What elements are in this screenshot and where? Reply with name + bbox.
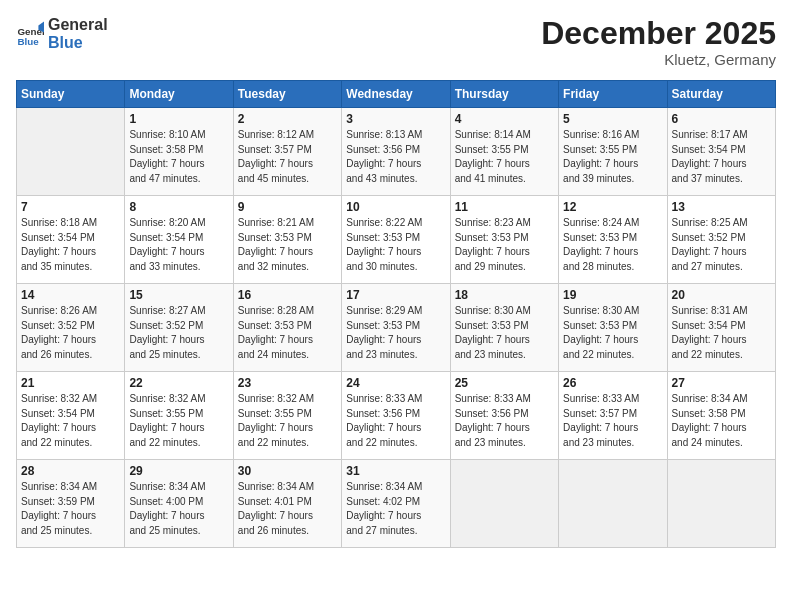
day-number: 31 (346, 464, 445, 478)
day-number: 7 (21, 200, 120, 214)
svg-text:Blue: Blue (17, 36, 39, 47)
day-info: Sunrise: 8:34 AM Sunset: 4:00 PM Dayligh… (129, 480, 228, 538)
day-info: Sunrise: 8:16 AM Sunset: 3:55 PM Dayligh… (563, 128, 662, 186)
header-thursday: Thursday (450, 81, 558, 108)
day-info: Sunrise: 8:10 AM Sunset: 3:58 PM Dayligh… (129, 128, 228, 186)
day-number: 19 (563, 288, 662, 302)
calendar-cell: 22Sunrise: 8:32 AM Sunset: 3:55 PM Dayli… (125, 372, 233, 460)
calendar-cell: 9Sunrise: 8:21 AM Sunset: 3:53 PM Daylig… (233, 196, 341, 284)
day-number: 16 (238, 288, 337, 302)
calendar-cell: 18Sunrise: 8:30 AM Sunset: 3:53 PM Dayli… (450, 284, 558, 372)
calendar-week-row: 28Sunrise: 8:34 AM Sunset: 3:59 PM Dayli… (17, 460, 776, 548)
day-number: 21 (21, 376, 120, 390)
day-info: Sunrise: 8:21 AM Sunset: 3:53 PM Dayligh… (238, 216, 337, 274)
day-info: Sunrise: 8:17 AM Sunset: 3:54 PM Dayligh… (672, 128, 771, 186)
header-saturday: Saturday (667, 81, 775, 108)
calendar-header-row: SundayMondayTuesdayWednesdayThursdayFrid… (17, 81, 776, 108)
day-number: 17 (346, 288, 445, 302)
header-wednesday: Wednesday (342, 81, 450, 108)
calendar-cell: 5Sunrise: 8:16 AM Sunset: 3:55 PM Daylig… (559, 108, 667, 196)
title-block: December 2025 Kluetz, Germany (541, 16, 776, 68)
calendar-cell: 11Sunrise: 8:23 AM Sunset: 3:53 PM Dayli… (450, 196, 558, 284)
logo-icon: General Blue (16, 20, 44, 48)
day-info: Sunrise: 8:23 AM Sunset: 3:53 PM Dayligh… (455, 216, 554, 274)
calendar-cell: 20Sunrise: 8:31 AM Sunset: 3:54 PM Dayli… (667, 284, 775, 372)
calendar-cell: 19Sunrise: 8:30 AM Sunset: 3:53 PM Dayli… (559, 284, 667, 372)
calendar-cell: 10Sunrise: 8:22 AM Sunset: 3:53 PM Dayli… (342, 196, 450, 284)
day-number: 10 (346, 200, 445, 214)
page-header: General Blue General Blue December 2025 … (16, 16, 776, 68)
day-number: 30 (238, 464, 337, 478)
calendar-cell: 3Sunrise: 8:13 AM Sunset: 3:56 PM Daylig… (342, 108, 450, 196)
day-number: 22 (129, 376, 228, 390)
calendar-cell: 25Sunrise: 8:33 AM Sunset: 3:56 PM Dayli… (450, 372, 558, 460)
day-info: Sunrise: 8:24 AM Sunset: 3:53 PM Dayligh… (563, 216, 662, 274)
day-info: Sunrise: 8:34 AM Sunset: 4:01 PM Dayligh… (238, 480, 337, 538)
day-info: Sunrise: 8:14 AM Sunset: 3:55 PM Dayligh… (455, 128, 554, 186)
day-info: Sunrise: 8:25 AM Sunset: 3:52 PM Dayligh… (672, 216, 771, 274)
day-info: Sunrise: 8:28 AM Sunset: 3:53 PM Dayligh… (238, 304, 337, 362)
day-info: Sunrise: 8:30 AM Sunset: 3:53 PM Dayligh… (455, 304, 554, 362)
header-sunday: Sunday (17, 81, 125, 108)
calendar-cell: 4Sunrise: 8:14 AM Sunset: 3:55 PM Daylig… (450, 108, 558, 196)
calendar-cell: 21Sunrise: 8:32 AM Sunset: 3:54 PM Dayli… (17, 372, 125, 460)
calendar-cell (450, 460, 558, 548)
calendar-cell: 29Sunrise: 8:34 AM Sunset: 4:00 PM Dayli… (125, 460, 233, 548)
day-number: 8 (129, 200, 228, 214)
day-info: Sunrise: 8:34 AM Sunset: 3:58 PM Dayligh… (672, 392, 771, 450)
day-number: 4 (455, 112, 554, 126)
day-info: Sunrise: 8:32 AM Sunset: 3:55 PM Dayligh… (129, 392, 228, 450)
day-info: Sunrise: 8:34 AM Sunset: 4:02 PM Dayligh… (346, 480, 445, 538)
calendar-cell: 27Sunrise: 8:34 AM Sunset: 3:58 PM Dayli… (667, 372, 775, 460)
day-number: 25 (455, 376, 554, 390)
month-title: December 2025 (541, 16, 776, 51)
calendar-table: SundayMondayTuesdayWednesdayThursdayFrid… (16, 80, 776, 548)
day-number: 14 (21, 288, 120, 302)
day-info: Sunrise: 8:32 AM Sunset: 3:55 PM Dayligh… (238, 392, 337, 450)
calendar-cell: 17Sunrise: 8:29 AM Sunset: 3:53 PM Dayli… (342, 284, 450, 372)
calendar-week-row: 7Sunrise: 8:18 AM Sunset: 3:54 PM Daylig… (17, 196, 776, 284)
calendar-cell: 2Sunrise: 8:12 AM Sunset: 3:57 PM Daylig… (233, 108, 341, 196)
calendar-cell: 24Sunrise: 8:33 AM Sunset: 3:56 PM Dayli… (342, 372, 450, 460)
day-number: 6 (672, 112, 771, 126)
day-number: 2 (238, 112, 337, 126)
day-number: 13 (672, 200, 771, 214)
day-number: 11 (455, 200, 554, 214)
day-number: 15 (129, 288, 228, 302)
day-number: 26 (563, 376, 662, 390)
calendar-cell: 28Sunrise: 8:34 AM Sunset: 3:59 PM Dayli… (17, 460, 125, 548)
day-info: Sunrise: 8:26 AM Sunset: 3:52 PM Dayligh… (21, 304, 120, 362)
day-number: 20 (672, 288, 771, 302)
day-info: Sunrise: 8:31 AM Sunset: 3:54 PM Dayligh… (672, 304, 771, 362)
calendar-week-row: 1Sunrise: 8:10 AM Sunset: 3:58 PM Daylig… (17, 108, 776, 196)
day-info: Sunrise: 8:29 AM Sunset: 3:53 PM Dayligh… (346, 304, 445, 362)
calendar-cell (17, 108, 125, 196)
day-info: Sunrise: 8:22 AM Sunset: 3:53 PM Dayligh… (346, 216, 445, 274)
calendar-cell: 26Sunrise: 8:33 AM Sunset: 3:57 PM Dayli… (559, 372, 667, 460)
calendar-cell: 8Sunrise: 8:20 AM Sunset: 3:54 PM Daylig… (125, 196, 233, 284)
logo: General Blue General Blue (16, 16, 108, 51)
day-info: Sunrise: 8:32 AM Sunset: 3:54 PM Dayligh… (21, 392, 120, 450)
calendar-cell: 13Sunrise: 8:25 AM Sunset: 3:52 PM Dayli… (667, 196, 775, 284)
day-number: 5 (563, 112, 662, 126)
calendar-cell: 30Sunrise: 8:34 AM Sunset: 4:01 PM Dayli… (233, 460, 341, 548)
day-info: Sunrise: 8:20 AM Sunset: 3:54 PM Dayligh… (129, 216, 228, 274)
calendar-week-row: 21Sunrise: 8:32 AM Sunset: 3:54 PM Dayli… (17, 372, 776, 460)
day-number: 12 (563, 200, 662, 214)
day-info: Sunrise: 8:12 AM Sunset: 3:57 PM Dayligh… (238, 128, 337, 186)
day-info: Sunrise: 8:33 AM Sunset: 3:57 PM Dayligh… (563, 392, 662, 450)
day-number: 28 (21, 464, 120, 478)
day-info: Sunrise: 8:30 AM Sunset: 3:53 PM Dayligh… (563, 304, 662, 362)
day-info: Sunrise: 8:27 AM Sunset: 3:52 PM Dayligh… (129, 304, 228, 362)
calendar-cell: 7Sunrise: 8:18 AM Sunset: 3:54 PM Daylig… (17, 196, 125, 284)
header-monday: Monday (125, 81, 233, 108)
header-tuesday: Tuesday (233, 81, 341, 108)
day-number: 18 (455, 288, 554, 302)
calendar-cell: 16Sunrise: 8:28 AM Sunset: 3:53 PM Dayli… (233, 284, 341, 372)
day-info: Sunrise: 8:13 AM Sunset: 3:56 PM Dayligh… (346, 128, 445, 186)
calendar-cell (559, 460, 667, 548)
day-info: Sunrise: 8:33 AM Sunset: 3:56 PM Dayligh… (346, 392, 445, 450)
day-number: 9 (238, 200, 337, 214)
header-friday: Friday (559, 81, 667, 108)
logo-blue: Blue (48, 34, 108, 52)
